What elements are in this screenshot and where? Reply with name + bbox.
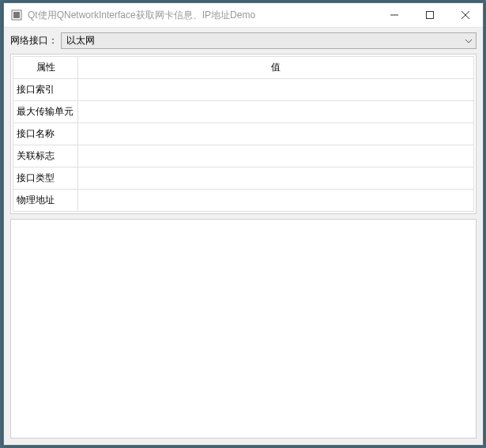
- properties-table: 属性 值 接口索引 最大传输单元 接口名称: [13, 56, 474, 212]
- table-row: 物理地址: [13, 190, 474, 212]
- svg-rect-3: [426, 12, 433, 19]
- row-header: 接口类型: [13, 168, 78, 190]
- row-value[interactable]: [78, 145, 474, 168]
- interface-label: 网络接口：: [10, 34, 58, 47]
- properties-panel: 属性 值 接口索引 最大传输单元 接口名称: [10, 54, 477, 214]
- row-value[interactable]: [78, 190, 474, 212]
- window-title: Qt使用QNetworkInterface获取网卡信息、IP地址Demo: [28, 9, 376, 22]
- table-row: 最大传输单元: [13, 101, 474, 123]
- titlebar: Qt使用QNetworkInterface获取网卡信息、IP地址Demo: [4, 3, 483, 28]
- col-header-value: 值: [78, 57, 474, 79]
- interface-select[interactable]: 以太网: [61, 32, 477, 49]
- row-header: 接口索引: [13, 79, 78, 101]
- row-value[interactable]: [78, 168, 474, 190]
- row-header: 关联标志: [13, 145, 78, 168]
- maximize-button[interactable]: [412, 3, 447, 27]
- row-header: 物理地址: [13, 190, 78, 212]
- close-button[interactable]: [447, 3, 483, 27]
- table-row: 接口名称: [13, 123, 474, 145]
- row-value[interactable]: [78, 79, 474, 101]
- row-header: 接口名称: [13, 123, 78, 145]
- interface-row: 网络接口： 以太网: [10, 32, 477, 49]
- minimize-button[interactable]: [376, 3, 412, 27]
- log-panel[interactable]: [10, 219, 477, 439]
- app-icon: [10, 9, 23, 21]
- app-window: Qt使用QNetworkInterface获取网卡信息、IP地址Demo 网络接…: [3, 2, 484, 446]
- table-row: 接口类型: [13, 168, 474, 190]
- chevron-down-icon: [465, 39, 473, 43]
- col-header-attr: 属性: [13, 57, 78, 79]
- table-row: 关联标志: [13, 145, 474, 168]
- interface-select-value: 以太网: [66, 34, 95, 47]
- client-area: 网络接口： 以太网 属性 值 接口索引: [4, 28, 483, 445]
- table-row: 接口索引: [13, 79, 474, 101]
- row-header: 最大传输单元: [13, 101, 78, 123]
- table-header-row: 属性 值: [13, 57, 474, 79]
- row-value[interactable]: [78, 123, 474, 145]
- svg-rect-1: [13, 12, 20, 18]
- window-controls: [376, 3, 483, 27]
- row-value[interactable]: [78, 101, 474, 123]
